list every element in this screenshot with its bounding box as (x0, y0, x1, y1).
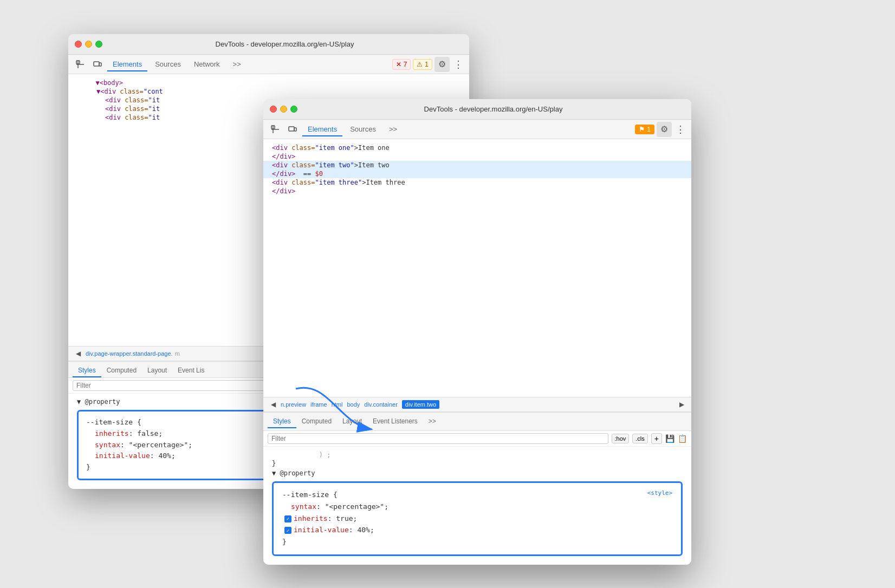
breadcrumb-iframe[interactable]: iframe (310, 401, 327, 408)
filter-input-front[interactable] (268, 433, 608, 444)
hov-btn[interactable]: :hov (612, 434, 630, 443)
tab-more-panel-front[interactable]: >> (423, 415, 442, 428)
more-btn-back[interactable]: ⋮ (452, 57, 465, 72)
panel-tabs-front: Styles Computed Layout Event Listeners >… (263, 413, 691, 431)
rule-close-brace: } (272, 460, 683, 467)
error-badge-back[interactable]: ✕ 7 (392, 59, 411, 70)
breadcrumb-div-container[interactable]: div.container (364, 401, 398, 408)
tab-network-back[interactable]: Network (189, 58, 225, 71)
styles-content-front: ) ; } ▼ @property <style> --item-size { (263, 447, 691, 565)
titlebar-front: DevTools - developer.mozilla.org/en-US/p… (263, 99, 691, 120)
more-btn-front[interactable]: ⋮ (674, 122, 687, 137)
devtools-window-front: DevTools - developer.mozilla.org/en-US/p… (263, 99, 691, 565)
window-title-front: DevTools - developer.mozilla.org/en-US/p… (302, 105, 685, 113)
initial-value-checkbox[interactable]: ✓ (284, 527, 291, 534)
tab-styles-front[interactable]: Styles (268, 415, 296, 428)
tab-elements-back[interactable]: Elements (107, 58, 147, 71)
toolbar-front: Elements Sources >> ⚑ 1 ⚙ ⋮ (263, 120, 691, 139)
highlight-box-front: <style> --item-size { syntax : "<percent… (272, 481, 683, 556)
screenshot-btn[interactable]: 📋 (678, 434, 687, 443)
tree-line: ▼<div class="cont (68, 87, 469, 96)
css-prop-inherits-front: ✓ inherits : true; (282, 513, 672, 525)
tab-computed-front[interactable]: Computed (296, 415, 337, 428)
breadcrumb-body[interactable]: body (347, 401, 360, 408)
breadcrumb-item[interactable]: div.page-wrapper.standard-page. (86, 350, 173, 357)
code-block-front: --item-size { syntax : "<percentage>"; ✓ (282, 489, 672, 548)
tab-layout-front[interactable]: Layout (337, 415, 367, 428)
tab-elements-front[interactable]: Elements (302, 123, 342, 136)
tree-line-selected[interactable]: <div class="item two">Item two (263, 161, 691, 169)
tree-line-selected-2: </div> == $0 (263, 169, 691, 178)
inspector-icon[interactable] (73, 57, 88, 72)
css-selector-front: --item-size { (282, 489, 672, 501)
svg-rect-9 (294, 128, 296, 131)
tree-line: <div class="item three">Item three (263, 178, 691, 187)
tab-more-front[interactable]: >> (384, 123, 403, 136)
titlebar-back: DevTools - developer.mozilla.org/en-US/p… (68, 34, 469, 55)
filter-toolbar-front: :hov .cls + 💾 📋 (263, 431, 691, 447)
settings-btn-front[interactable]: ⚙ (657, 122, 672, 137)
css-close-front: } (282, 537, 672, 548)
html-tree-front: <div class="item one">Item one </div> <d… (263, 139, 691, 397)
tree-line: </div> (263, 187, 691, 195)
maximize-btn-front[interactable] (290, 106, 297, 113)
minimize-btn-back[interactable] (85, 41, 92, 48)
tab-sources-back[interactable]: Sources (150, 58, 186, 71)
tree-line: </div> (263, 152, 691, 161)
breadcrumb-back-btn-front[interactable]: ◀ (268, 399, 278, 410)
tab-layout-back[interactable]: Layout (142, 364, 172, 377)
warning-badge-front[interactable]: ⚑ 1 (635, 125, 654, 134)
breadcrumb-back-btn[interactable]: ◀ (73, 348, 83, 359)
at-property-front: ▼ @property (272, 469, 683, 477)
devtools-body-front: <div class="item one">Item one </div> <d… (263, 139, 691, 565)
inherits-checkbox[interactable]: ✓ (284, 515, 291, 522)
breadcrumb-n-preview[interactable]: n.preview (281, 401, 306, 408)
tree-line: ▼<body> (68, 79, 469, 87)
tab-styles-back[interactable]: Styles (73, 364, 101, 377)
tab-more-back[interactable]: >> (228, 58, 247, 71)
breadcrumb-fwd-btn-front[interactable]: ▶ (676, 399, 687, 410)
breadcrumb-ellipsis: m (175, 350, 180, 357)
breadcrumb-html[interactable]: html (332, 401, 343, 408)
svg-rect-8 (289, 127, 294, 131)
traffic-lights-front (270, 106, 297, 113)
breadcrumb-div-item-two[interactable]: div.item.two (402, 400, 439, 409)
responsive-icon[interactable] (90, 57, 105, 72)
traffic-lights-back (75, 41, 102, 48)
add-rule-btn[interactable]: + (651, 433, 662, 444)
tree-line: <div class="item one">Item one (263, 143, 691, 152)
svg-rect-4 (99, 63, 101, 66)
toolbar-back: Elements Sources Network >> ✕ 7 ⚠ 1 ⚙ ⋮ (68, 55, 469, 74)
close-btn-front[interactable] (270, 106, 277, 113)
settings-btn-back[interactable]: ⚙ (434, 57, 450, 72)
partial-rule-top: ) ; (272, 451, 683, 459)
tab-sources-front[interactable]: Sources (345, 123, 381, 136)
close-btn-back[interactable] (75, 41, 82, 48)
svg-rect-3 (94, 62, 99, 66)
save-file-btn[interactable]: 💾 (665, 434, 675, 443)
maximize-btn-back[interactable] (95, 41, 102, 48)
cls-btn[interactable]: .cls (632, 434, 648, 443)
warning-badge-back[interactable]: ⚠ 1 (413, 59, 432, 70)
window-title-back: DevTools - developer.mozilla.org/en-US/p… (107, 40, 463, 48)
style-source[interactable]: <style> (647, 489, 672, 496)
tab-event-listeners-front[interactable]: Event Listeners (367, 415, 423, 428)
css-prop-syntax-front: syntax : "<percentage>"; (282, 501, 672, 513)
css-prop-initial-front: ✓ initial-value : 40%; (282, 525, 672, 536)
responsive-icon-front[interactable] (285, 122, 300, 137)
tab-computed-back[interactable]: Computed (101, 364, 142, 377)
inspector-icon-front[interactable] (268, 122, 283, 137)
tab-event-listeners-back[interactable]: Event Lis (172, 364, 210, 377)
breadcrumb-bar-front: ◀ n.preview iframe html body div.contain… (263, 397, 691, 412)
minimize-btn-front[interactable] (280, 106, 287, 113)
bottom-panel-front: Styles Computed Layout Event Listeners >… (263, 412, 691, 565)
